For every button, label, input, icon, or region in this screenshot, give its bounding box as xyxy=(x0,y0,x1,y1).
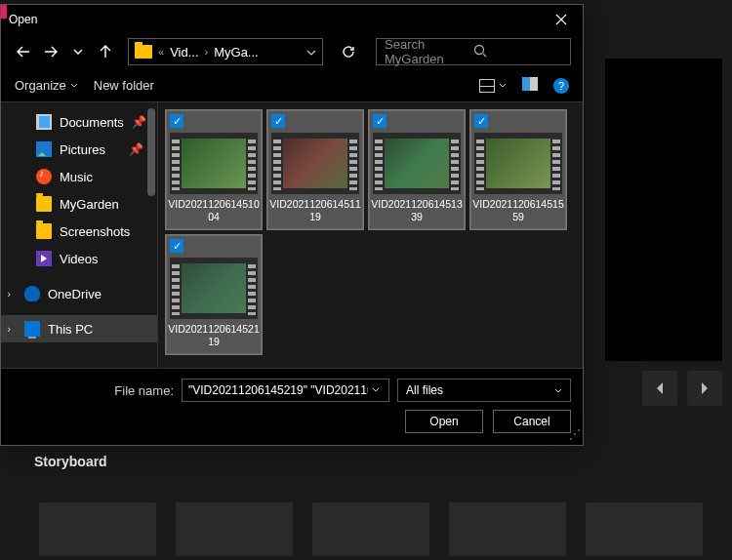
storyboard-slot[interactable] xyxy=(449,502,566,556)
breadcrumb-part[interactable]: MyGa... xyxy=(214,45,259,60)
file-name-label: VID202112061451339 xyxy=(371,198,462,224)
checkbox-icon[interactable]: ✓ xyxy=(170,239,183,253)
documents-icon xyxy=(36,114,52,130)
pin-icon: 📌 xyxy=(129,142,143,156)
toolbar: Organize New folder ? xyxy=(1,69,583,102)
sidebar-item-label: Pictures xyxy=(60,142,105,157)
file-thumbnail[interactable]: ✓ VID202112061452119 xyxy=(166,235,262,354)
file-thumbnail[interactable]: ✓ VID202112061451004 xyxy=(166,110,262,229)
music-icon xyxy=(36,169,52,184)
video-controls xyxy=(642,371,722,406)
sidebar-item-label: This PC xyxy=(48,322,93,337)
sidebar-item-onedrive[interactable]: › OneDrive xyxy=(1,280,157,307)
file-type-filter[interactable]: All files xyxy=(397,379,571,402)
file-thumbnail[interactable]: ✓ VID202112061451559 xyxy=(470,110,566,229)
open-button[interactable]: Open xyxy=(405,410,483,433)
filename-row: File name: "VID20211206145219" "VID20211… xyxy=(13,379,571,402)
play-button[interactable] xyxy=(687,371,722,406)
this-pc-icon xyxy=(24,321,40,337)
new-folder-button[interactable]: New folder xyxy=(94,78,154,93)
titlebar: Open xyxy=(1,5,583,34)
sidebar-item-label: MyGarden xyxy=(60,197,119,212)
sidebar: Documents 📌 Pictures 📌 Music MyGarden Sc… xyxy=(1,102,157,368)
checkbox-icon[interactable]: ✓ xyxy=(271,114,285,128)
filename-value: "VID20211206145219" "VID20211206 xyxy=(188,383,367,397)
sidebar-item-documents[interactable]: Documents 📌 xyxy=(1,108,157,136)
storyboard-slot[interactable] xyxy=(39,502,156,556)
breadcrumb-part[interactable]: Vid... xyxy=(170,45,198,60)
dialog-body: Documents 📌 Pictures 📌 Music MyGarden Sc… xyxy=(1,102,583,368)
file-thumbnail[interactable]: ✓ VID202112061451339 xyxy=(369,110,465,229)
onedrive-icon xyxy=(24,286,40,301)
button-row: Open Cancel xyxy=(13,410,571,433)
storyboard-placeholders xyxy=(39,502,703,556)
chevron-right-icon: › xyxy=(205,46,209,58)
breadcrumb[interactable]: « Vid... › MyGa... xyxy=(128,38,323,65)
chevron-down-icon[interactable] xyxy=(306,45,316,60)
folder-icon xyxy=(36,223,52,239)
sidebar-item-label: Music xyxy=(60,170,93,184)
organize-label: Organize xyxy=(15,78,66,93)
video-thumbnail-icon xyxy=(373,133,461,194)
chevron-down-icon[interactable] xyxy=(367,387,383,393)
chevron-right-icon[interactable]: › xyxy=(3,288,15,300)
chevron-down-icon xyxy=(554,383,562,397)
back-button[interactable] xyxy=(13,40,34,63)
sidebar-item-mygarden[interactable]: MyGarden xyxy=(1,190,157,218)
storyboard-slot[interactable] xyxy=(312,502,429,556)
checkbox-icon[interactable]: ✓ xyxy=(170,114,183,128)
video-thumbnail-icon xyxy=(271,133,359,194)
sidebar-item-thispc[interactable]: › This PC xyxy=(1,315,157,342)
folder-icon xyxy=(36,196,52,212)
video-thumbnail-icon xyxy=(474,133,562,194)
open-dialog: Open « Vid... › MyGa... Search MyGarden xyxy=(0,4,584,446)
organize-menu[interactable]: Organize xyxy=(15,78,78,93)
checkbox-icon[interactable]: ✓ xyxy=(474,114,488,128)
preview-pane-icon xyxy=(522,77,538,91)
resize-grip[interactable]: ⋰ xyxy=(569,427,579,441)
pin-icon: 📌 xyxy=(132,115,146,129)
dialog-bottom: File name: "VID20211206145219" "VID20211… xyxy=(1,368,583,445)
file-name-label: VID202112061451004 xyxy=(168,198,259,224)
sidebar-item-label: OneDrive xyxy=(48,287,102,301)
nav-row: « Vid... › MyGa... Search MyGarden xyxy=(1,34,583,69)
video-thumbnail-icon xyxy=(170,258,258,319)
search-input[interactable]: Search MyGarden xyxy=(376,38,571,65)
pictures-icon xyxy=(36,141,52,157)
cancel-button[interactable]: Cancel xyxy=(493,410,571,433)
dialog-title: Open xyxy=(9,13,37,26)
prev-button[interactable] xyxy=(642,371,677,406)
preview-pane-button[interactable] xyxy=(522,77,538,94)
forward-button[interactable] xyxy=(40,40,61,63)
scrollbar[interactable] xyxy=(147,108,155,196)
storyboard-label: Storyboard xyxy=(34,454,107,469)
view-mode-button[interactable] xyxy=(479,79,507,93)
sidebar-item-music[interactable]: Music xyxy=(1,163,157,190)
sidebar-item-videos[interactable]: Videos xyxy=(1,245,157,272)
chevron-right-icon: « xyxy=(158,46,164,58)
sidebar-item-pictures[interactable]: Pictures 📌 xyxy=(1,136,157,163)
file-thumbnail[interactable]: ✓ VID202112061451119 xyxy=(267,110,363,229)
chevron-right-icon[interactable]: › xyxy=(3,323,15,335)
sidebar-item-label: Documents xyxy=(60,115,124,130)
up-button[interactable] xyxy=(95,40,116,63)
filename-label: File name: xyxy=(13,383,174,398)
close-button[interactable] xyxy=(548,9,575,30)
checkbox-icon[interactable]: ✓ xyxy=(373,114,386,128)
storyboard-slot[interactable] xyxy=(176,502,293,556)
filter-label: All files xyxy=(406,383,554,397)
refresh-button[interactable] xyxy=(335,38,362,65)
recent-dropdown[interactable] xyxy=(67,40,89,63)
help-button[interactable]: ? xyxy=(553,78,569,94)
video-thumbnail-icon xyxy=(170,133,258,194)
file-content-area[interactable]: ✓ VID202112061451004 ✓ VID20211206145111… xyxy=(157,102,583,368)
sidebar-item-label: Videos xyxy=(60,252,99,266)
storyboard-slot[interactable] xyxy=(586,502,703,556)
file-name-label: VID202112061451559 xyxy=(472,198,563,224)
file-name-label: VID202112061451119 xyxy=(269,198,360,224)
sidebar-item-screenshots[interactable]: Screenshots xyxy=(1,218,157,245)
search-icon xyxy=(473,44,562,60)
folder-icon xyxy=(135,45,152,59)
search-placeholder: Search MyGarden xyxy=(385,37,473,66)
filename-input[interactable]: "VID20211206145219" "VID20211206 xyxy=(182,379,389,402)
